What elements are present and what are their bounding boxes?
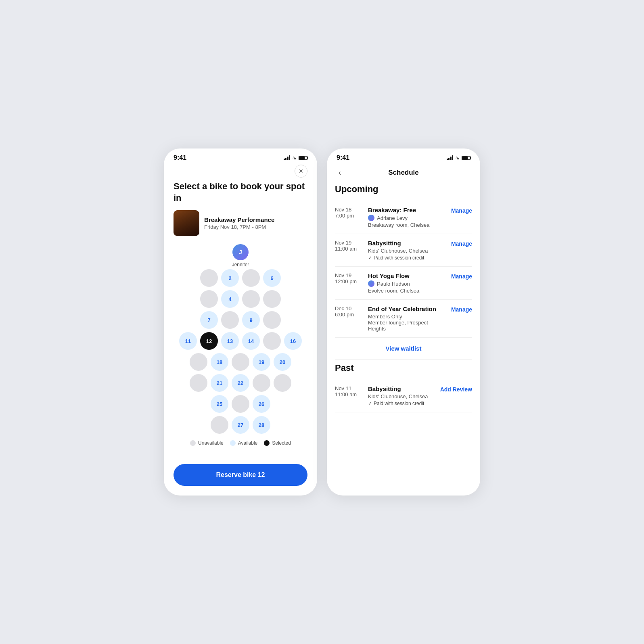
instructor-avatar: J	[232, 244, 249, 260]
schedule-date-label: Nov 11	[335, 385, 363, 391]
bike-spot[interactable]: 16	[284, 332, 302, 350]
right-status-bar: 9:41 ∿	[327, 148, 480, 165]
bike-spot	[211, 416, 228, 434]
schedule-class-name: Breakaway: Free	[368, 207, 446, 213]
bike-spot	[200, 290, 218, 308]
wifi-icon: ∿	[292, 155, 297, 161]
bike-spot[interactable]: 26	[253, 395, 270, 413]
schedule-date-label: Nov 19	[335, 272, 363, 278]
schedule-item: Dec 106:00 pmEnd of Year CelebrationMemb…	[335, 300, 472, 338]
upcoming-title: Upcoming	[335, 184, 472, 194]
bike-row: 26	[174, 269, 307, 287]
close-button[interactable]: ✕	[295, 165, 307, 178]
schedule-time-label: 6:00 pm	[335, 312, 363, 318]
schedule-instructor: Paulo Hudson	[368, 280, 446, 287]
schedule-date: Nov 1912:00 pm	[335, 272, 363, 284]
right-battery-icon	[462, 156, 470, 160]
bike-spot[interactable]: 27	[232, 416, 249, 434]
schedule-date-label: Nov 18	[335, 207, 363, 213]
select-title: Select a bike to book your spot in	[174, 181, 307, 204]
bike-spot[interactable]: 22	[232, 374, 249, 392]
schedule-item: Nov 1911:00 amBabysittingKids' Clubhouse…	[335, 234, 472, 267]
bike-spot[interactable]: 7	[200, 311, 218, 329]
instructor-mini-avatar	[368, 215, 374, 221]
schedule-location: Breakaway room, Chelsea	[368, 222, 446, 228]
bike-row: 4	[174, 290, 307, 308]
bike-rows: 264791112131416181920212225262728	[174, 269, 307, 437]
bike-spot[interactable]: 14	[242, 332, 260, 350]
bike-spot	[263, 290, 281, 308]
left-time: 9:41	[174, 154, 186, 161]
schedule-class-name: End of Year Celebration	[368, 305, 446, 312]
past-title: Past	[335, 363, 472, 373]
bike-spot[interactable]: 13	[221, 332, 239, 350]
bike-row: 181920	[174, 353, 307, 371]
bike-spot[interactable]: 28	[253, 416, 270, 434]
left-status-icons: ∿	[284, 155, 308, 161]
schedule-details: BabysittingKids' Clubhouse, Chelsea✓ Pai…	[368, 385, 435, 406]
schedule-class-name: Babysitting	[368, 240, 446, 247]
schedule-location: Kids' Clubhouse, Chelsea	[368, 393, 435, 399]
bike-row: 2122	[174, 374, 307, 392]
class-name: Breakaway Performance	[204, 216, 274, 223]
schedule-item: Nov 187:00 pmBreakaway: Free Adriane Lev…	[335, 201, 472, 234]
schedule-date: Nov 1111:00 am	[335, 385, 363, 397]
schedule-date-label: Dec 10	[335, 305, 363, 312]
bike-legend: Unavailable Available Selected	[190, 440, 291, 446]
view-waitlist-button[interactable]: View waitlist	[335, 338, 472, 360]
legend-available: Available	[230, 440, 257, 446]
bike-spot[interactable]: 2	[221, 269, 239, 287]
bike-spot[interactable]: 20	[274, 353, 291, 371]
schedule-action-button[interactable]: Manage	[451, 240, 472, 247]
right-phone: 9:41 ∿ ‹ Schedule Upcoming Nov 187:00 pm…	[327, 148, 480, 496]
right-status-icons: ∿	[447, 155, 471, 161]
bike-spot	[242, 290, 260, 308]
bike-spot[interactable]: 11	[179, 332, 197, 350]
top-nav: ‹ Schedule	[327, 165, 480, 184]
instructor-label: Adriane Levy	[377, 215, 408, 221]
legend-unavailable: Unavailable	[190, 440, 224, 446]
app-container: 9:41 ∿ ✕ Select a bike to book your spot…	[148, 124, 496, 520]
bike-spot[interactable]: 6	[263, 269, 281, 287]
schedule-action-button[interactable]: Manage	[451, 305, 472, 313]
reserve-button[interactable]: Reserve bike 12	[174, 464, 307, 486]
bike-spot	[232, 353, 249, 371]
schedule-date: Nov 187:00 pm	[335, 207, 363, 219]
bike-row: 79	[174, 311, 307, 329]
bike-spot	[242, 269, 260, 287]
schedule-badge: ✓ Paid with session credit	[368, 255, 446, 261]
bike-spot[interactable]: 4	[221, 290, 239, 308]
bike-spot	[274, 374, 291, 392]
schedule-action-button[interactable]: Add Review	[440, 385, 472, 393]
bike-spot[interactable]: 21	[211, 374, 228, 392]
upcoming-list: Nov 187:00 pmBreakaway: Free Adriane Lev…	[335, 201, 472, 338]
bike-spot[interactable]: 25	[211, 395, 228, 413]
schedule-time-label: 7:00 pm	[335, 213, 363, 219]
left-content: ✕ Select a bike to book your spot in Bre…	[164, 165, 317, 496]
instructor-label: Paulo Hudson	[377, 281, 410, 287]
schedule-badge: ✓ Paid with session credit	[368, 401, 435, 406]
bike-spot[interactable]: 19	[253, 353, 270, 371]
schedule-details: Breakaway: Free Adriane Levy Breakaway r…	[368, 207, 446, 228]
back-button[interactable]: ‹	[333, 166, 346, 179]
left-status-bar: 9:41 ∿	[164, 148, 317, 165]
schedule-location: Evolve room, Chelsea	[368, 288, 446, 294]
class-time: Friday Nov 18, 7PM - 8PM	[204, 224, 274, 230]
legend-selected: Selected	[264, 440, 291, 446]
left-phone: 9:41 ∿ ✕ Select a bike to book your spot…	[164, 148, 317, 496]
bike-spot[interactable]: 18	[211, 353, 228, 371]
schedule-action-button[interactable]: Manage	[451, 207, 472, 214]
bike-spot[interactable]: 12	[200, 332, 218, 350]
bike-spot	[190, 374, 207, 392]
bike-row: 2526	[174, 395, 307, 413]
bike-grid-area: J Jennifer 26479111213141618192021222526…	[174, 244, 307, 453]
bike-spot[interactable]: 9	[242, 311, 260, 329]
bike-row: 1112131416	[174, 332, 307, 350]
schedule-location: Member lounge, Prospect Heights	[368, 320, 446, 332]
bike-spot	[200, 269, 218, 287]
instructor-mini-avatar	[368, 280, 374, 287]
schedule-instructor: Adriane Levy	[368, 215, 446, 221]
signal-icon	[284, 155, 291, 160]
schedule-action-button[interactable]: Manage	[451, 272, 472, 280]
schedule-sub: Members Only	[368, 314, 446, 320]
